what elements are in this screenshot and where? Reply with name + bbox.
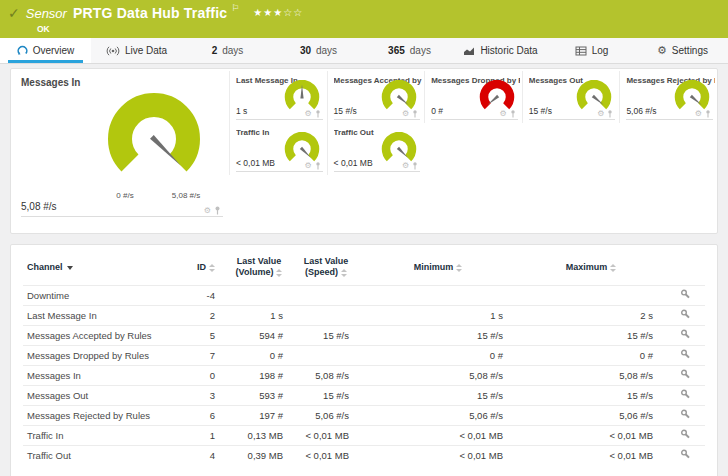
channels-table: Channel ID Last Value (Volume) Last Valu… xyxy=(23,249,705,465)
channel-name-link[interactable]: Traffic Out xyxy=(23,445,173,465)
tab-live-data[interactable]: Live Data xyxy=(91,38,182,63)
table-row: Messages Accepted by Rules 5 594 # 15 #/… xyxy=(23,325,705,345)
wrench-icon[interactable] xyxy=(680,369,691,380)
log-icon xyxy=(575,46,587,56)
gauge-value-row: 5,06 #/s ⚙ xyxy=(626,106,713,120)
tab-365-days[interactable]: 365 days xyxy=(364,38,455,63)
gauge-settings-gear-icon[interactable]: ⚙ xyxy=(402,162,409,170)
sort-icon xyxy=(209,264,215,272)
flag-icon[interactable]: ⚐ xyxy=(231,3,239,13)
gauge-settings-gear-icon[interactable]: ⚙ xyxy=(402,110,409,118)
tab-label: Log xyxy=(592,45,609,56)
column-header-channel[interactable]: Channel xyxy=(23,249,173,285)
gauge-value: < 0,01 MB xyxy=(236,158,275,168)
channel-name-link[interactable]: Downtime xyxy=(23,285,173,305)
wrench-icon[interactable] xyxy=(680,409,691,420)
wrench-icon[interactable] xyxy=(680,449,691,460)
gauge-settings-gear-icon[interactable]: ⚙ xyxy=(304,110,311,118)
channel-name-link[interactable]: Traffic In xyxy=(23,425,173,445)
overview-icon xyxy=(17,45,28,56)
maximum-value: 15 #/s xyxy=(517,325,665,345)
table-row: Last Message In 2 1 s 1 s 2 s xyxy=(23,305,705,325)
tab-2-days[interactable]: 2 days xyxy=(182,38,273,63)
priority-stars[interactable]: ★★★☆☆ xyxy=(253,7,303,18)
channel-id: 2 xyxy=(173,305,225,325)
channel-name-link[interactable]: Messages In xyxy=(23,365,173,385)
table-row: Traffic In 1 0,13 MB < 0,01 MB < 0,01 MB… xyxy=(23,425,705,445)
tab-bar: Overview Live Data 2 days 30 days 365 da… xyxy=(0,38,728,64)
gauge-value-row: 0 # ⚙ xyxy=(431,106,518,120)
minimum-value: 0 # xyxy=(359,345,517,365)
tab-settings[interactable]: ⚙ Settings xyxy=(637,38,728,63)
minimum-value: 1 s xyxy=(359,305,517,325)
last-value-speed: < 0,01 MB xyxy=(293,445,359,465)
channel-name-link[interactable]: Last Message In xyxy=(23,305,173,325)
gauge-arc xyxy=(120,105,188,163)
last-value-volume: 0,39 MB xyxy=(225,445,293,465)
tab-log[interactable]: Log xyxy=(546,38,637,63)
pin-icon[interactable] xyxy=(315,162,321,170)
minimum-value: 15 #/s xyxy=(359,325,517,345)
channel-id: 1 xyxy=(173,425,225,445)
last-value-speed: 5,08 #/s xyxy=(293,365,359,385)
tab-label: Historic Data xyxy=(480,45,537,56)
last-value-volume: 594 # xyxy=(225,325,293,345)
wrench-icon[interactable] xyxy=(680,429,691,440)
channel-name-link[interactable]: Messages Rejected by Rules xyxy=(23,405,173,425)
wrench-icon[interactable] xyxy=(680,289,691,300)
table-row: Messages Rejected by Rules 6 197 # 5,06 … xyxy=(23,405,705,425)
gauge-settings-gear-icon[interactable]: ⚙ xyxy=(500,110,507,118)
last-value-speed: 5,06 #/s xyxy=(293,405,359,425)
pin-icon[interactable] xyxy=(607,110,613,118)
object-kind-label: Sensor xyxy=(26,6,67,21)
column-header-maximum[interactable]: Maximum xyxy=(517,249,665,285)
gauge-cell-messages-accepted: Messages Accepted by Rules 15 #/s ⚙ xyxy=(327,71,425,123)
pin-icon[interactable] xyxy=(214,206,221,215)
live-data-icon xyxy=(106,45,120,57)
column-header-minimum[interactable]: Minimum xyxy=(359,249,517,285)
pin-icon[interactable] xyxy=(705,110,711,118)
tab-overview[interactable]: Overview xyxy=(0,38,91,63)
tab-label-unit: days xyxy=(316,45,337,56)
table-row: Messages In 0 198 # 5,08 #/s 5,08 #/s 5,… xyxy=(23,365,705,385)
wrench-icon[interactable] xyxy=(680,349,691,360)
channel-name-link[interactable]: Messages Dropped by Rules xyxy=(23,345,173,365)
gauge-settings-gear-icon[interactable]: ⚙ xyxy=(304,162,311,170)
minimum-value xyxy=(359,285,517,305)
column-header-id[interactable]: ID xyxy=(173,249,225,285)
sort-icon xyxy=(456,264,462,272)
primary-gauge-value: 5,08 #/s xyxy=(21,201,57,212)
sensor-header-bar: ✓ Sensor PRTG Data Hub Traffic ⚐ ★★★☆☆ O… xyxy=(0,0,728,38)
channels-panel: Channel ID Last Value (Volume) Last Valu… xyxy=(10,244,718,476)
wrench-icon[interactable] xyxy=(680,309,691,320)
tab-label: Live Data xyxy=(125,45,167,56)
pin-icon[interactable] xyxy=(412,162,418,170)
channel-id: -4 xyxy=(173,285,225,305)
maximum-value: 2 s xyxy=(517,305,665,325)
pin-icon[interactable] xyxy=(412,110,418,118)
channel-name-link[interactable]: Messages Out xyxy=(23,385,173,405)
column-header-actions xyxy=(665,249,705,285)
tab-30-days[interactable]: 30 days xyxy=(273,38,364,63)
gauge-min-label: 0 #/s xyxy=(105,191,145,200)
gauge-cell-traffic-out: Traffic Out < 0,01 MB ⚙ xyxy=(327,123,425,175)
gauges-panel: Messages In 0 #/s 5,08 #/s 5,08 #/s ⚙ La… xyxy=(10,68,718,234)
gauge-settings-gear-icon[interactable]: ⚙ xyxy=(695,110,702,118)
wrench-icon[interactable] xyxy=(680,389,691,400)
pin-icon[interactable] xyxy=(315,110,321,118)
gear-icon: ⚙ xyxy=(657,44,667,57)
maximum-value: < 0,01 MB xyxy=(517,445,665,465)
sort-icon xyxy=(276,269,282,277)
tab-historic-data[interactable]: Historic Data xyxy=(455,38,546,63)
column-header-last-value-speed[interactable]: Last Value (Speed) xyxy=(293,249,359,285)
status-check-icon: ✓ xyxy=(8,6,20,20)
gauge-settings-gear-icon[interactable]: ⚙ xyxy=(204,207,211,215)
minimum-value: < 0,01 MB xyxy=(359,425,517,445)
tab-label: Settings xyxy=(672,45,708,56)
column-label: Last Value xyxy=(304,256,349,266)
column-header-last-value-volume[interactable]: Last Value (Volume) xyxy=(225,249,293,285)
gauge-settings-gear-icon[interactable]: ⚙ xyxy=(597,110,604,118)
channel-name-link[interactable]: Messages Accepted by Rules xyxy=(23,325,173,345)
pin-icon[interactable] xyxy=(510,110,516,118)
wrench-icon[interactable] xyxy=(680,329,691,340)
